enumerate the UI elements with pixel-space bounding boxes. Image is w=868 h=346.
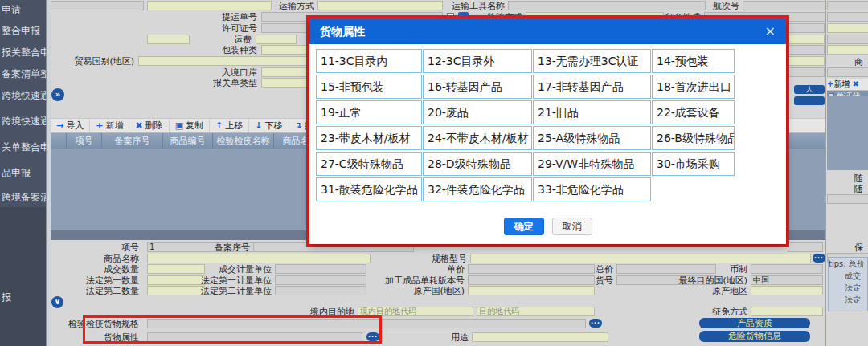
- sidebar-item-trailing[interactable]: 报: [2, 291, 46, 304]
- row1-right-fragment[interactable]: [788, 242, 823, 252]
- usage-field[interactable]: [472, 332, 608, 342]
- cancel-button[interactable]: 取消: [552, 218, 592, 235]
- goods-attribute-option[interactable]: 13-无需办理3C认证: [533, 49, 651, 73]
- close-icon[interactable]: ×: [765, 18, 776, 44]
- grid-header-record-seq[interactable]: 备案序号: [102, 133, 163, 149]
- goods-attribute-option[interactable]: 25-A级特殊物品: [533, 126, 651, 150]
- sidebar-item[interactable]: 跨境备案清: [2, 191, 46, 205]
- rpanel-field-1[interactable]: [827, 1, 868, 10]
- rpanel-field-2[interactable]: [827, 12, 868, 22]
- grid-header-goods-code[interactable]: 商品编号: [163, 133, 213, 149]
- inspection-spec-ellipsis-button[interactable]: ...: [589, 319, 602, 328]
- legal-unit2-field[interactable]: [275, 286, 366, 295]
- origin-country-field[interactable]: [468, 286, 595, 295]
- dangerous-info-button[interactable]: 危险货物信息: [699, 331, 810, 342]
- goods-attribute-option[interactable]: 21-旧品: [533, 100, 651, 124]
- rpanel-field-3[interactable]: [827, 23, 868, 33]
- collapse-chevron-down-icon[interactable]: ∨: [51, 296, 63, 308]
- delete-button[interactable]: ✖删除: [129, 119, 169, 132]
- freight-field-b[interactable]: [256, 35, 297, 44]
- right-frag-field-5[interactable]: [788, 67, 825, 77]
- sidebar-item[interactable]: 品申报: [2, 166, 46, 180]
- product-qualification-button[interactable]: 产品资质: [699, 318, 810, 328]
- entry-port-field[interactable]: [261, 67, 308, 77]
- deal-qty-field[interactable]: [147, 264, 205, 274]
- sidebar-item[interactable]: 报关整合申: [2, 46, 46, 59]
- move-down-button[interactable]: ↓下移: [249, 119, 289, 132]
- goods-attribute-option[interactable]: 23-带皮木材/板材: [316, 126, 422, 150]
- grid-header-item-no[interactable]: 项号: [67, 133, 102, 149]
- transport-tool-field[interactable]: [508, 1, 706, 10]
- move-up-button[interactable]: ↑上移: [210, 119, 249, 132]
- sidebar-item[interactable]: 跨境快速通: [2, 115, 46, 128]
- rpanel-field-7[interactable]: [827, 194, 868, 204]
- goods-attribute-option[interactable]: 16-转基因产品: [423, 75, 532, 99]
- goods-attribute-option[interactable]: 11-3C目录内: [316, 49, 422, 73]
- rpanel-field-6[interactable]: [827, 67, 868, 77]
- grid-header-inspection-name[interactable]: 检验检疫名称: [213, 133, 274, 149]
- rpanel-field-4[interactable]: [827, 35, 868, 44]
- add-button[interactable]: +新增: [90, 119, 129, 132]
- goods-attribute-option[interactable]: 30-市场采购: [652, 152, 735, 176]
- rpanel-grid-body[interactable]: [827, 96, 868, 170]
- currency-field[interactable]: [751, 264, 823, 274]
- spec-model-label: 规格型号: [427, 254, 467, 264]
- sidebar-item[interactable]: 整合申报: [2, 24, 46, 38]
- goods-attribute-option[interactable]: 31-散装危险化学品: [316, 177, 422, 201]
- person-button-fragment[interactable]: 人: [794, 85, 825, 94]
- right-frag-field-2[interactable]: [788, 35, 825, 44]
- right-frag-field-4[interactable]: [788, 56, 825, 66]
- package-type-field[interactable]: [261, 45, 308, 55]
- exemption-mode-field[interactable]: [751, 307, 823, 316]
- goods-attribute-option[interactable]: 29-V/W非特殊物品: [533, 152, 651, 176]
- rpanel-field-5[interactable]: [827, 45, 868, 55]
- license-no-field[interactable]: [261, 23, 308, 33]
- rpanel-add-button[interactable]: 新增: [833, 79, 850, 88]
- trade-country-field[interactable]: [138, 56, 308, 66]
- goods-attribute-option[interactable]: 19-正常: [316, 100, 422, 124]
- goods-attribute-option[interactable]: 32-件装危险化学品: [423, 177, 532, 201]
- expand-chevron-right-icon[interactable]: »: [51, 88, 64, 101]
- goods-attribute-option[interactable]: 26-B级特殊物品: [652, 126, 735, 150]
- delete-icon: ✖: [135, 120, 142, 131]
- dest-code-field[interactable]: 目的地代码: [477, 307, 595, 316]
- legal-unit1-field[interactable]: [275, 275, 366, 285]
- goods-attribute-option[interactable]: 27-C级特殊物品: [316, 152, 422, 176]
- modal-title-bar[interactable]: 货物属性 ×: [309, 18, 786, 44]
- sidebar-item[interactable]: 关单整合申: [2, 140, 46, 154]
- sidebar-item[interactable]: 跨境快速通: [2, 89, 46, 103]
- goods-attribute-option[interactable]: 22-成套设备: [652, 100, 735, 124]
- deal-unit-field[interactable]: [275, 264, 366, 274]
- hidden-button-fragment[interactable]: [794, 96, 825, 105]
- import-button[interactable]: →导入: [51, 119, 90, 132]
- goods-attribute-option[interactable]: 33-非危险化学品: [533, 177, 651, 201]
- final-dest-field[interactable]: 中国: [751, 275, 823, 285]
- transport-mode-field[interactable]: [317, 1, 443, 10]
- goods-attribute-option[interactable]: 17-非转基因产品: [533, 75, 651, 99]
- spec-model-ellipsis-button[interactable]: ...: [813, 254, 825, 263]
- goods-attribute-option[interactable]: 24-不带皮木材/板材: [423, 126, 532, 150]
- goods-attribute-option[interactable]: 28-D级特殊物品: [423, 152, 532, 176]
- top-field-lead[interactable]: [147, 1, 272, 10]
- top-field-blank[interactable]: [51, 1, 144, 10]
- right-frag-field-1[interactable]: [788, 23, 825, 33]
- spec-model-field[interactable]: [470, 254, 811, 263]
- goods-attribute-option[interactable]: 18-首次进出口: [652, 75, 735, 99]
- right-frag-field-3[interactable]: [788, 45, 825, 55]
- freight-field-a[interactable]: [147, 35, 190, 44]
- origin-area-field[interactable]: [751, 286, 823, 295]
- confirm-button[interactable]: 确定: [504, 218, 544, 235]
- sidebar-item[interactable]: 申请: [2, 3, 46, 17]
- goods-attribute-option[interactable]: 15-非预包装: [316, 75, 422, 99]
- consumption-ver-field[interactable]: [468, 275, 595, 285]
- goods-attribute-option[interactable]: 14-预包装: [652, 49, 735, 73]
- total-price-field[interactable]: [616, 264, 716, 274]
- copy-button[interactable]: ▣复制: [170, 119, 210, 132]
- grid-checkbox-column[interactable]: [51, 133, 67, 149]
- goods-name-field[interactable]: [147, 254, 371, 263]
- sidebar-item[interactable]: 备案清单整: [2, 67, 46, 81]
- declaration-type-field[interactable]: [261, 78, 308, 88]
- goods-attribute-option[interactable]: 20-废品: [423, 100, 532, 124]
- unit-price-field[interactable]: [468, 264, 595, 274]
- goods-attribute-option[interactable]: 12-3C目录外: [423, 49, 532, 73]
